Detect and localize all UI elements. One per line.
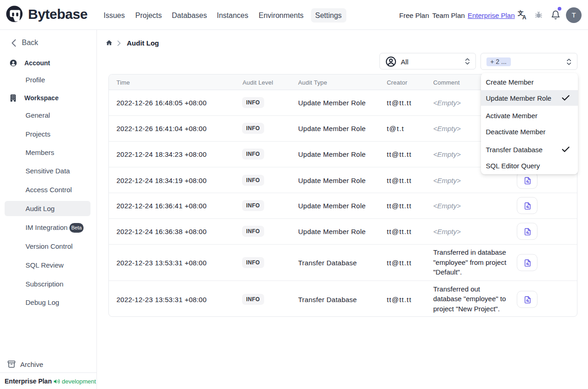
svg-text:A: A xyxy=(522,14,526,20)
